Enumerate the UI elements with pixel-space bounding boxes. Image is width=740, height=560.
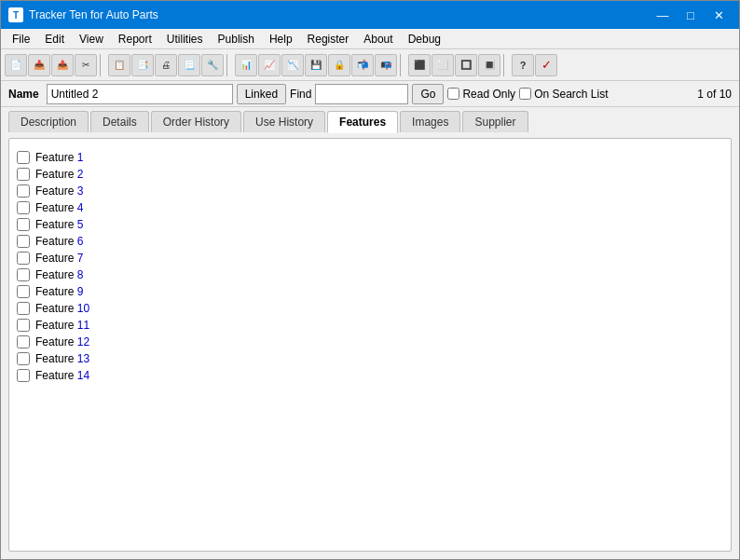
- tb-btn-12[interactable]: 📉: [281, 54, 304, 76]
- feature-label: Feature 2: [35, 168, 83, 181]
- list-item: Feature 13: [17, 351, 723, 366]
- tb-btn-10[interactable]: 📊: [235, 54, 257, 76]
- feature-checkbox-9[interactable]: [17, 285, 30, 298]
- close-button[interactable]: ✕: [706, 6, 732, 24]
- tab-features[interactable]: Features: [327, 111, 398, 133]
- tb-btn-15[interactable]: 📬: [351, 54, 374, 76]
- tb-btn-9[interactable]: 🔧: [201, 54, 224, 76]
- minimize-button[interactable]: —: [650, 6, 676, 24]
- feature-label: Feature 8: [35, 268, 83, 281]
- tb-btn-1[interactable]: 📄: [5, 54, 27, 76]
- list-item: Feature 14: [17, 368, 723, 383]
- find-input[interactable]: [315, 84, 408, 104]
- feature-label: Feature 13: [35, 352, 89, 365]
- menu-about[interactable]: About: [356, 31, 400, 48]
- toolbar-separator-3: [400, 54, 405, 76]
- feature-checkbox-12[interactable]: [17, 335, 30, 348]
- tb-btn-11[interactable]: 📈: [258, 54, 281, 76]
- feature-checkbox-5[interactable]: [17, 218, 30, 231]
- linked-button[interactable]: Linked: [237, 84, 286, 104]
- tb-btn-8[interactable]: 📃: [178, 54, 200, 76]
- menu-publish[interactable]: Publish: [211, 31, 262, 48]
- tab-supplier[interactable]: Supplier: [462, 111, 528, 132]
- features-list: Feature 1Feature 2Feature 3Feature 4Feat…: [9, 139, 731, 551]
- feature-checkbox-11[interactable]: [17, 319, 30, 332]
- feature-checkbox-8[interactable]: [17, 268, 30, 281]
- list-item: Feature 11: [17, 318, 723, 333]
- feature-label: Feature 6: [35, 235, 83, 248]
- name-bar: Name Linked Find Go Read Only On Search …: [1, 81, 739, 107]
- list-item: Feature 2: [17, 167, 723, 182]
- tb-btn-18[interactable]: ⬜: [432, 54, 454, 76]
- list-item: Feature 9: [17, 284, 723, 299]
- menu-utilities[interactable]: Utilities: [159, 31, 211, 48]
- on-search-list-checkbox-label[interactable]: On Search List: [519, 88, 608, 101]
- menu-file[interactable]: File: [5, 31, 37, 48]
- list-item: Feature 6: [17, 234, 723, 249]
- menu-report[interactable]: Report: [111, 31, 159, 48]
- menu-register[interactable]: Register: [300, 31, 357, 48]
- feature-checkbox-1[interactable]: [17, 151, 30, 164]
- name-label: Name: [5, 88, 43, 101]
- feature-checkbox-10[interactable]: [17, 302, 30, 315]
- feature-label: Feature 4: [35, 201, 83, 214]
- menu-debug[interactable]: Debug: [401, 31, 448, 48]
- tab-description[interactable]: Description: [8, 111, 89, 132]
- feature-label: Feature 7: [35, 252, 83, 265]
- feature-label: Feature 12: [35, 335, 89, 348]
- tb-btn-17[interactable]: ⬛: [408, 54, 431, 76]
- tb-btn-5[interactable]: 📋: [108, 54, 130, 76]
- go-button[interactable]: Go: [412, 84, 444, 104]
- toolbar-separator-1: [100, 54, 105, 76]
- list-item: Feature 10: [17, 301, 723, 316]
- feature-checkbox-6[interactable]: [17, 235, 30, 248]
- list-item: Feature 3: [17, 184, 723, 198]
- toolbar: 📄 📥 📤 ✂ 📋 📑 🖨 📃 🔧 📊 📈 📉 💾 🔒 📬 📭 ⬛ ⬜ 🔲 🔳 …: [1, 49, 739, 81]
- feature-label: Feature 5: [35, 218, 83, 231]
- menu-edit[interactable]: Edit: [37, 31, 72, 48]
- tab-images[interactable]: Images: [400, 111, 460, 132]
- tb-btn-13[interactable]: 💾: [305, 54, 327, 76]
- tb-check-btn[interactable]: ✓: [535, 54, 557, 76]
- tb-help-btn[interactable]: ?: [512, 54, 534, 76]
- tab-use-history[interactable]: Use History: [243, 111, 325, 132]
- feature-checkbox-13[interactable]: [17, 352, 30, 365]
- feature-checkbox-7[interactable]: [17, 252, 30, 265]
- app-icon: T: [8, 7, 23, 22]
- menu-help[interactable]: Help: [262, 31, 300, 48]
- tb-btn-19[interactable]: 🔲: [455, 54, 477, 76]
- feature-label: Feature 11: [35, 319, 89, 332]
- menu-view[interactable]: View: [72, 31, 111, 48]
- feature-checkbox-2[interactable]: [17, 168, 30, 181]
- tb-btn-7[interactable]: 🖨: [155, 54, 177, 76]
- tab-details[interactable]: Details: [90, 111, 149, 132]
- maximize-button[interactable]: □: [678, 6, 704, 24]
- tb-btn-20[interactable]: 🔳: [478, 54, 500, 76]
- tabs-bar: Description Details Order History Use Hi…: [1, 107, 739, 132]
- feature-label: Feature 10: [35, 302, 89, 315]
- read-only-checkbox[interactable]: [447, 88, 459, 100]
- title-bar-controls: — □ ✕: [650, 6, 732, 24]
- list-item: Feature 7: [17, 251, 723, 266]
- tb-btn-14[interactable]: 🔒: [328, 54, 350, 76]
- tab-order-history[interactable]: Order History: [151, 111, 241, 132]
- main-window: T Tracker Ten for Auto Parts — □ ✕ File …: [0, 0, 740, 560]
- feature-label: Feature 1: [35, 151, 83, 164]
- feature-checkbox-4[interactable]: [17, 201, 30, 214]
- feature-checkbox-14[interactable]: [17, 369, 30, 382]
- on-search-list-label: On Search List: [534, 88, 608, 101]
- tb-btn-4[interactable]: ✂: [75, 54, 97, 76]
- tb-btn-6[interactable]: 📑: [131, 54, 154, 76]
- feature-label: Feature 9: [35, 285, 83, 298]
- menu-bar: File Edit View Report Utilities Publish …: [1, 29, 739, 49]
- tb-btn-2[interactable]: 📥: [28, 54, 50, 76]
- feature-checkbox-3[interactable]: [17, 184, 30, 198]
- tb-btn-16[interactable]: 📭: [375, 54, 397, 76]
- tb-btn-3[interactable]: 📤: [51, 54, 74, 76]
- on-search-list-checkbox[interactable]: [519, 88, 531, 100]
- name-input[interactable]: [47, 84, 233, 104]
- title-bar: T Tracker Ten for Auto Parts — □ ✕: [1, 1, 739, 29]
- features-panel: Feature 1Feature 2Feature 3Feature 4Feat…: [8, 138, 732, 552]
- list-item: Feature 12: [17, 335, 723, 349]
- read-only-checkbox-label[interactable]: Read Only: [447, 88, 515, 101]
